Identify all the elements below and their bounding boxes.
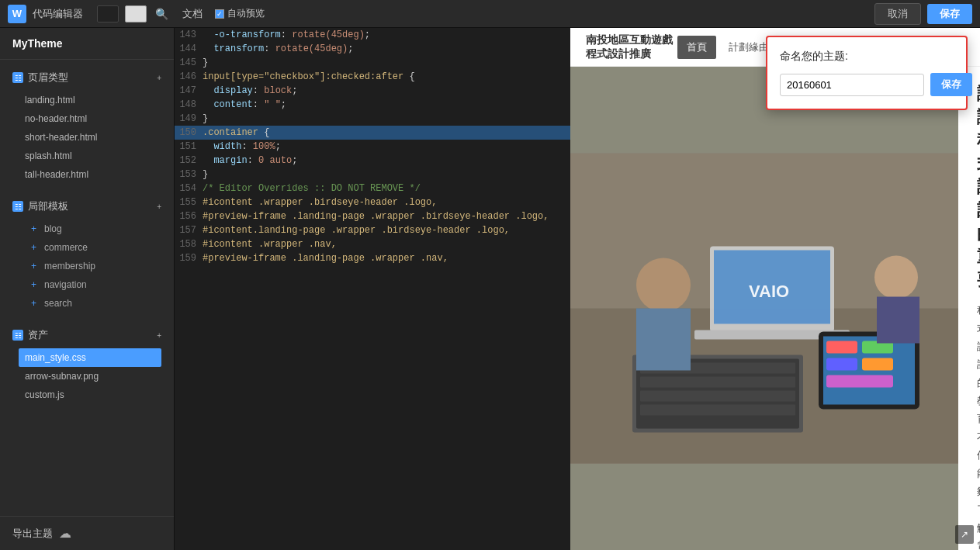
svg-rect-19 [862, 358, 893, 371]
auto-preview-label: 自动预览 [227, 7, 265, 20]
chevron-right-icon-partials: + [157, 202, 161, 211]
page-types-icon: ☷ [12, 72, 23, 83]
section-page-types: ☷ 页眉类型 + landing.html no-header.html sho… [0, 60, 174, 189]
sidebar-subitem-commerce[interactable]: + commerce [19, 238, 161, 257]
assets-list: main_style.css arrow-subnav.png custom.j… [12, 348, 161, 404]
code-line-145: 145 } [175, 56, 570, 70]
main-area: MyTheme ☷ 页眉类型 + landing.html no-header.… [0, 28, 980, 550]
app-name: 代码编辑器 [33, 7, 83, 21]
section-title-partials: 局部模板 [28, 199, 68, 213]
code-line-149: 149 } [175, 112, 570, 126]
code-line-143: 143 -o-transform: rotate(45deg); [175, 28, 570, 42]
expand-icon[interactable]: ↗ [955, 525, 974, 544]
page-types-list: landing.html no-header.html short-header… [12, 91, 161, 184]
partials-icon: ☷ [12, 201, 23, 212]
svg-rect-10 [640, 391, 795, 402]
section-partials: ☷ 局部模板 + + blog + commerce + membership [0, 189, 174, 317]
preview-classroom-image: VAIO [570, 67, 958, 550]
classroom-svg: VAIO [570, 67, 958, 550]
sidebar-item-splash[interactable]: splash.html [19, 147, 161, 165]
sidebar-subitem-membership[interactable]: + membership [19, 257, 161, 275]
sidebar-item-arrow-subnav[interactable]: arrow-subnav.png [19, 367, 161, 386]
auto-preview-toggle[interactable]: ✓ 自动预览 [215, 7, 265, 20]
app-logo: W [8, 5, 26, 23]
theme-name-input[interactable] [780, 74, 924, 96]
plus-icon-commerce: + [31, 242, 36, 253]
svg-rect-13 [636, 309, 691, 371]
theme-name: MyTheme [0, 28, 174, 60]
section-title-page-types: 页眉类型 [28, 71, 68, 85]
code-line-151: 151 width: 100%; [175, 140, 570, 154]
partials-list: + blog + commerce + membership + navigat… [12, 220, 161, 313]
svg-point-21 [874, 256, 918, 299]
auto-preview-checkbox[interactable]: ✓ [215, 9, 224, 19]
svg-rect-18 [826, 358, 857, 371]
svg-rect-20 [826, 375, 893, 388]
doc-button[interactable]: 文档 [176, 7, 209, 21]
export-theme-footer[interactable]: 导出主题 ☁ [0, 516, 174, 550]
section-header-page-types[interactable]: ☷ 页眉类型 + [12, 67, 161, 88]
preview-area: 命名您的主题: 保存 南投地區互動遊戲程式設計推廣 首頁 計劃緣由 計劃目的 活… [570, 28, 980, 550]
chevron-right-icon: + [157, 74, 161, 82]
svg-rect-11 [640, 405, 795, 416]
sidebar-item-no-header[interactable]: no-header.html [19, 109, 161, 128]
code-line-158: 158 #icontent .wrapper .nav, [175, 237, 570, 251]
save-dialog-row: 保存 [780, 73, 954, 96]
code-line-146: 146 input[type="checkbox"]:checked:after… [175, 70, 570, 84]
sidebar-item-main-style[interactable]: main_style.css [19, 348, 161, 367]
save-dialog-save-button[interactable]: 保存 [930, 73, 972, 96]
svg-point-12 [636, 258, 691, 313]
save-button[interactable]: 保存 [927, 4, 972, 24]
classroom-scene: VAIO [570, 67, 958, 550]
sidebar-subitem-search[interactable]: + search [19, 294, 161, 313]
code-line-155: 155 #icontent .wrapper .birdseye-header … [175, 195, 570, 209]
assets-icon: ☷ [12, 330, 23, 341]
plus-icon-blog: + [31, 223, 36, 234]
code-line-157: 157 #icontent.landing-page .wrapper .bir… [175, 223, 570, 237]
code-line-159: 159 #preview-iframe .landing-page .wrapp… [175, 251, 570, 265]
code-line-144: 144 transform: rotate(45deg); [175, 42, 570, 56]
svg-rect-16 [826, 341, 857, 354]
plus-icon-membership: + [31, 261, 36, 272]
section-title-assets: 资产 [28, 328, 48, 342]
search-icon[interactable]: 🔍 [153, 5, 170, 22]
code-line-150: 150 .container { [175, 126, 570, 140]
sidebar-item-tall-header[interactable]: tall-header.html [19, 165, 161, 184]
sidebar-item-short-header[interactable]: short-header.html [19, 128, 161, 147]
plus-icon-navigation: + [31, 279, 36, 290]
export-theme-label: 导出主题 [12, 527, 53, 541]
code-line-154: 154 /* Editor Overrides :: DO NOT REMOVE… [175, 182, 570, 195]
preview-site-title: 南投地區互動遊戲程式設計推廣 [586, 33, 677, 61]
code-line-153: 153 } [175, 168, 570, 182]
save-dialog-title: 命名您的主题: [780, 50, 954, 64]
cloud-icon: ☁ [59, 526, 71, 541]
toolbar: W 代码编辑器 🔍 文档 ✓ 自动预览 取消 保存 [0, 0, 980, 28]
code-lines: 143 -o-transform: rotate(45deg); 144 tra… [175, 28, 570, 265]
plus-icon-search: + [31, 298, 36, 309]
sidebar-subitem-blog[interactable]: + blog [19, 220, 161, 238]
chevron-right-icon-assets: + [157, 331, 161, 340]
code-line-147: 147 display: block; [175, 84, 570, 98]
preview-nav-home[interactable]: 首頁 [677, 36, 716, 59]
sidebar-item-custom-js[interactable]: custom.js [19, 386, 161, 404]
code-line-148: 148 content: " "; [175, 98, 570, 112]
section-header-partials[interactable]: ☷ 局部模板 + [12, 196, 161, 216]
svg-rect-22 [877, 297, 919, 344]
preview-content: VAIO [570, 67, 980, 550]
svg-text:VAIO: VAIO [749, 282, 789, 301]
color-swatch-white[interactable] [125, 5, 147, 22]
code-line-156: 156 #preview-iframe .landing-page .wrapp… [175, 209, 570, 223]
code-editor[interactable]: 143 -o-transform: rotate(45deg); 144 tra… [175, 28, 570, 550]
section-header-assets[interactable]: ☷ 资产 + [12, 325, 161, 345]
preview-text-area: 認識程式設計的重要 程式設計的教育，不但能夠了解電腦的邏輯思維，培養解決問題的能… [958, 67, 980, 550]
sidebar-item-landing[interactable]: landing.html [19, 91, 161, 109]
sidebar-subitem-navigation[interactable]: + navigation [19, 275, 161, 294]
cancel-button[interactable]: 取消 [874, 3, 921, 25]
section-assets: ☷ 资产 + main_style.css arrow-subnav.png c… [0, 317, 174, 409]
sidebar: MyTheme ☷ 页眉类型 + landing.html no-header.… [0, 28, 175, 550]
color-swatch-black[interactable] [97, 5, 119, 22]
code-line-152: 152 margin: 0 auto; [175, 154, 570, 168]
svg-rect-9 [640, 377, 795, 388]
save-theme-dialog: 命名您的主题: 保存 [766, 36, 968, 110]
